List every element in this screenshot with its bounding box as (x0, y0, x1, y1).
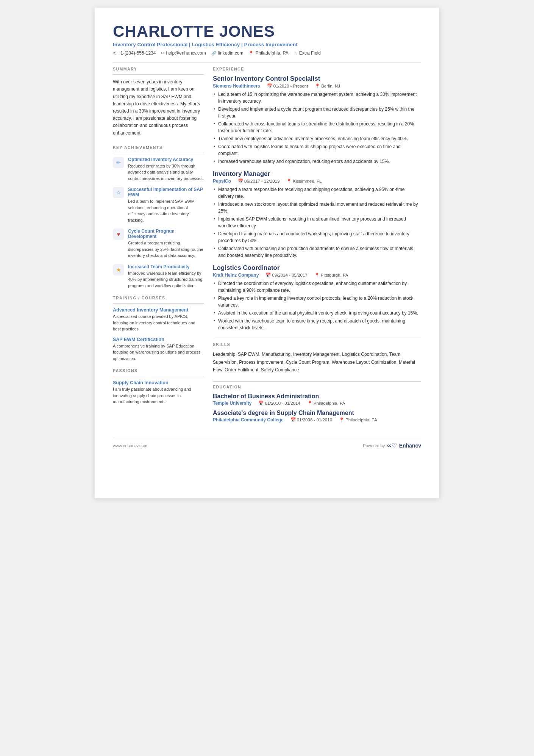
edu-dates-2: 📅 01/2008 - 01/2010 (290, 417, 332, 423)
edu-degree-2: Associate's degree in Supply Chain Manag… (213, 410, 421, 416)
edu-location-1: 📍 Philadelphia, PA (307, 401, 345, 406)
edu-calendar-1: 📅 (258, 401, 264, 406)
job-company-3: Kraft Heinz Company (213, 272, 259, 278)
contact-phone: ✆ +1-(234)-555-1234 (113, 50, 156, 56)
job-meta-2: PepsiCo 📅 06/2017 - 12/2019 📍 Kissimmee,… (213, 178, 421, 184)
training-item-1: Advanced Inventory Management A speciali… (113, 307, 204, 332)
star-icon: ☆ (294, 51, 298, 56)
achievements-label: KEY ACHIEVEMENTS (113, 145, 204, 150)
calendar-icon-3: 📅 (265, 272, 271, 278)
job-dates-2: 📅 06/2017 - 12/2019 (238, 178, 279, 184)
training-desc-2: A comprehensive training by SAP Educatio… (113, 343, 204, 362)
bullet-1-1: Led a team of 15 in optimizing the wareh… (213, 91, 421, 105)
achievement-icon-1: ✏ (113, 157, 124, 168)
achievement-item-4: ★ Increased Team Productivity Improved w… (113, 264, 204, 289)
bullet-2-1: Managed a team responsible for receiving… (213, 186, 421, 200)
contact-location: 📍 Philadelphia, PA (248, 50, 288, 56)
calendar-icon-1: 📅 (267, 83, 272, 89)
job-dates-1: 📅 01/2020 - Present (267, 83, 308, 89)
brand-logo-icon: ∞♡ (387, 442, 397, 449)
linkedin-icon: 🔗 (211, 51, 217, 56)
training-divider (113, 303, 204, 304)
bullet-1-4: Trained new employees on advanced invent… (213, 135, 421, 142)
achievement-icon-4: ★ (113, 264, 124, 275)
achievement-icon-2: ☆ (113, 187, 124, 198)
achievement-item-1: ✏ Optimized Inventory Accuracy Reduced e… (113, 157, 204, 182)
job-location-3: 📍 Pittsburgh, PA (314, 272, 348, 278)
bullet-1-2: Developed and implemented a cycle count … (213, 106, 421, 119)
job-2: Inventory Manager PepsiCo 📅 06/2017 - 12… (213, 170, 421, 259)
pin-icon-3: 📍 (314, 272, 320, 278)
training-label: TRAINING / COURSES (113, 296, 204, 300)
summary-divider (113, 74, 204, 75)
passions-label: PASSIONS (113, 368, 204, 373)
training-title-1: Advanced Inventory Management (113, 307, 204, 313)
bullet-2-3: Implemented SAP EWM solutions, resulting… (213, 216, 421, 229)
bullet-1-3: Collaborated with cross-functional teams… (213, 121, 421, 134)
edu-school-1: Temple University (213, 401, 251, 406)
edu-calendar-2: 📅 (290, 417, 296, 423)
achievement-title-4: Increased Team Productivity (128, 264, 204, 269)
job-location-1: 📍 Berlin, NJ (315, 83, 340, 89)
bullet-1-6: Increased warehouse safety and organizat… (213, 158, 421, 165)
edu-school-2: Philadelphia Community College (213, 417, 284, 423)
pin-icon-1: 📍 (315, 83, 320, 89)
edu-pin-2: 📍 (339, 417, 344, 423)
achievement-item-2: ☆ Successful Implementation of SAP EWM L… (113, 187, 204, 223)
passion-desc-1: I am truly passionate about advancing an… (113, 386, 204, 405)
resume-page: CHARLOTTE JONES Inventory Control Profes… (95, 8, 439, 498)
bullet-3-3: Assisted in the execution of the annual … (213, 310, 421, 316)
job-meta-1: Siemens Healthineers 📅 01/2020 - Present… (213, 83, 421, 89)
bullet-3-1: Directed the coordination of everyday lo… (213, 280, 421, 294)
job-location-2: 📍 Kissimmee, FL (286, 178, 322, 184)
phone-icon: ✆ (113, 51, 116, 56)
location-icon: 📍 (248, 51, 254, 56)
footer-url: www.enhancv.com (113, 443, 147, 448)
job-title-2: Inventory Manager (213, 170, 421, 178)
bullet-2-5: Collaborated with purchasing and product… (213, 245, 421, 259)
experience-label: EXPERIENCE (213, 67, 421, 71)
edu-item-1: Bachelor of Business Administration Temp… (213, 393, 421, 406)
summary-text: With over seven years in inventory manag… (113, 78, 204, 137)
achievement-desc-1: Reduced error rates by 30% through advan… (128, 163, 204, 182)
footer-brand: Powered by ∞♡ Enhancv (363, 442, 421, 449)
bullet-3-4: Worked with the warehouse team to ensure… (213, 318, 421, 331)
edu-meta-1: Temple University 📅 01/2010 - 01/2014 📍 … (213, 401, 421, 406)
job-title-3: Logistics Coordinator (213, 264, 421, 272)
job-bullets-2: Managed a team responsible for receiving… (213, 186, 421, 259)
header: CHARLOTTE JONES Inventory Control Profes… (113, 23, 421, 56)
edu-meta-2: Philadelphia Community College 📅 01/2008… (213, 417, 421, 423)
training-item-2: SAP EWM Certification A comprehensive tr… (113, 337, 204, 362)
achievement-item-3: ♥ Cycle Count Program Development Create… (113, 229, 204, 259)
main-content: SUMMARY With over seven years in invento… (113, 67, 421, 426)
header-divider (113, 63, 421, 63)
contact-extra: ☆ Extra Field (294, 50, 321, 56)
achievement-icon-3: ♥ (113, 229, 124, 240)
right-column: EXPERIENCE Senior Inventory Control Spec… (213, 67, 421, 426)
job-dates-3: 📅 09/2014 - 05/2017 (265, 272, 307, 278)
achievement-desc-2: Led a team to implement SAP EWM solution… (128, 198, 204, 223)
achievements-divider (113, 153, 204, 153)
skills-text: Leadership, SAP EWM, Manufacturing, Inve… (213, 351, 421, 374)
achievement-title-3: Cycle Count Program Development (128, 229, 204, 239)
contact-bar: ✆ +1-(234)-555-1234 ✉ help@enhancv.com 🔗… (113, 50, 421, 56)
bullet-1-5: Coordinated with logistics teams to ensu… (213, 143, 421, 157)
edu-item-2: Associate's degree in Supply Chain Manag… (213, 410, 421, 423)
passions-divider (113, 376, 204, 376)
job-company-1: Siemens Healthineers (213, 83, 260, 89)
passion-title-1: Supply Chain Innovation (113, 380, 204, 385)
bullet-2-2: Introduced a new stockroom layout that o… (213, 201, 421, 214)
job-meta-3: Kraft Heinz Company 📅 09/2014 - 05/2017 … (213, 272, 421, 278)
job-bullets-3: Directed the coordination of everyday lo… (213, 280, 421, 331)
achievement-title-2: Successful Implementation of SAP EWM (128, 187, 204, 197)
pin-icon-2: 📍 (286, 178, 292, 184)
left-column: SUMMARY With over seven years in invento… (113, 67, 204, 426)
contact-linkedin: 🔗 linkedin.com (211, 50, 244, 56)
job-company-2: PepsiCo (213, 178, 231, 184)
email-icon: ✉ (161, 51, 164, 56)
achievement-desc-3: Created a program reducing discrepancies… (128, 240, 204, 259)
brand-name: Enhancv (399, 443, 421, 449)
achievement-title-1: Optimized Inventory Accuracy (128, 157, 204, 162)
job-bullets-1: Led a team of 15 in optimizing the wareh… (213, 91, 421, 165)
edu-location-2: 📍 Philadelphia, PA (339, 417, 377, 423)
